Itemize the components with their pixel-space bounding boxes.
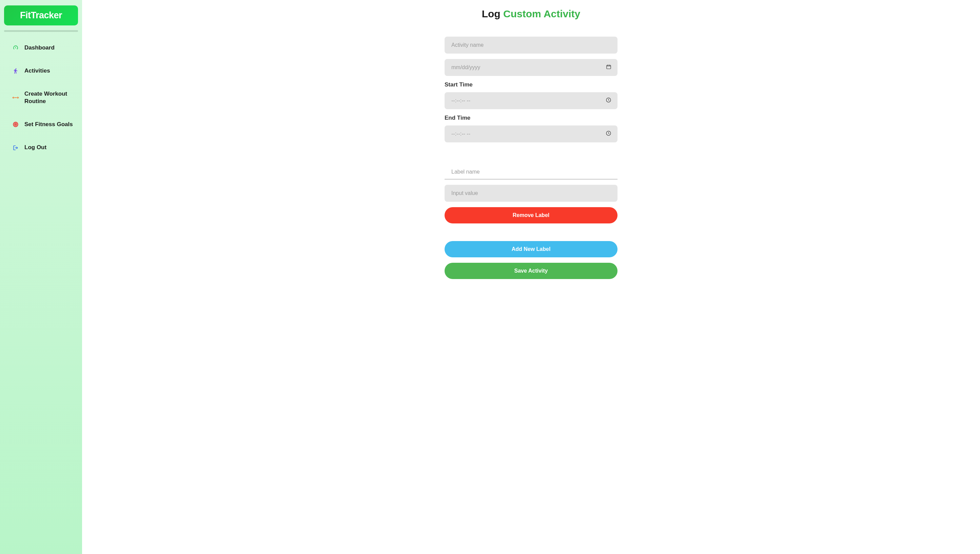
page-title: Log Custom Activity	[95, 8, 966, 20]
start-time-label: Start Time	[445, 81, 617, 88]
running-icon	[12, 67, 19, 74]
date-input[interactable]	[445, 59, 617, 76]
label-value-input[interactable]	[445, 185, 617, 202]
sidebar-item-label: Set Fitness Goals	[24, 121, 73, 128]
sidebar-item-activities[interactable]: Activities	[4, 62, 78, 80]
dumbbell-icon	[12, 94, 19, 101]
dashboard-icon	[12, 45, 19, 51]
activity-name-input[interactable]	[445, 37, 617, 54]
page-title-prefix: Log	[482, 8, 503, 19]
end-time-input[interactable]	[445, 126, 617, 142]
custom-label-section: Remove Label	[445, 165, 617, 229]
save-activity-button[interactable]: Save Activity	[445, 263, 617, 279]
add-label-button[interactable]: Add New Label	[445, 241, 617, 257]
app-logo[interactable]: FitTracker	[4, 5, 78, 25]
svg-point-2	[15, 124, 16, 125]
app-name: FitTracker	[20, 10, 62, 20]
remove-label-button[interactable]: Remove Label	[445, 207, 617, 223]
sidebar-item-logout[interactable]: Log Out	[4, 138, 78, 157]
sidebar-item-create-workout[interactable]: Create Workout Routine	[4, 85, 78, 110]
end-time-label: End Time	[445, 115, 617, 121]
sidebar-item-label: Log Out	[24, 144, 46, 151]
sidebar: FitTracker Dashboard Activities Create W…	[0, 0, 82, 554]
target-icon	[12, 121, 19, 128]
logout-icon	[12, 145, 19, 151]
main-content: Log Custom Activity Start Time End Time	[82, 0, 980, 554]
label-name-input[interactable]	[445, 165, 617, 179]
activity-form: Start Time End Time Remove Label Add New…	[445, 37, 617, 285]
sidebar-item-label: Activities	[24, 67, 50, 75]
sidebar-item-label: Dashboard	[24, 44, 55, 51]
sidebar-divider	[4, 30, 78, 32]
start-time-input[interactable]	[445, 92, 617, 109]
sidebar-item-dashboard[interactable]: Dashboard	[4, 39, 78, 57]
page-title-highlight: Custom Activity	[503, 8, 580, 19]
sidebar-item-label: Create Workout Routine	[24, 90, 75, 105]
sidebar-item-set-goals[interactable]: Set Fitness Goals	[4, 115, 78, 134]
